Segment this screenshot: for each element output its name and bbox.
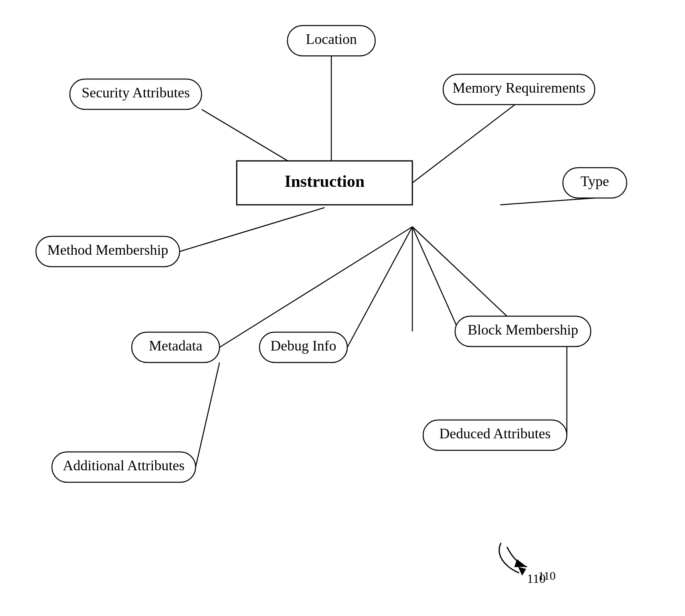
memory-label: Memory Requirements [453, 80, 586, 96]
diagram-svg: Location Security Attributes Memory Requ… [0, 0, 685, 616]
deduced-label: Deduced Attributes [440, 426, 551, 442]
figure-arrow [507, 547, 527, 567]
connector-instruction-method [180, 208, 325, 252]
connector-instruction-extra [412, 227, 459, 331]
additional-label: Additional Attributes [63, 458, 185, 473]
figure-number: 110 [527, 571, 546, 586]
connector-instruction-type [500, 198, 595, 205]
block-label: Block Membership [468, 322, 578, 338]
type-label: Type [580, 173, 609, 189]
security-label: Security Attributes [82, 85, 190, 101]
instruction-label: Instruction [285, 172, 365, 190]
connector-instruction-debug [347, 227, 412, 347]
debug-label: Debug Info [271, 338, 337, 354]
connector-instruction-block [412, 227, 523, 331]
method-label: Method Membership [48, 242, 168, 258]
figure-curve-arrow [499, 543, 519, 573]
arrow-head [518, 567, 526, 576]
connector-metadata-additional [196, 362, 220, 467]
location-label: Location [306, 31, 357, 47]
diagram-container: Location Security Attributes Memory Requ… [0, 0, 685, 616]
connector-memory-instruction [412, 105, 515, 183]
connector-instruction-metadata [220, 227, 412, 347]
metadata-label: Metadata [149, 338, 202, 354]
